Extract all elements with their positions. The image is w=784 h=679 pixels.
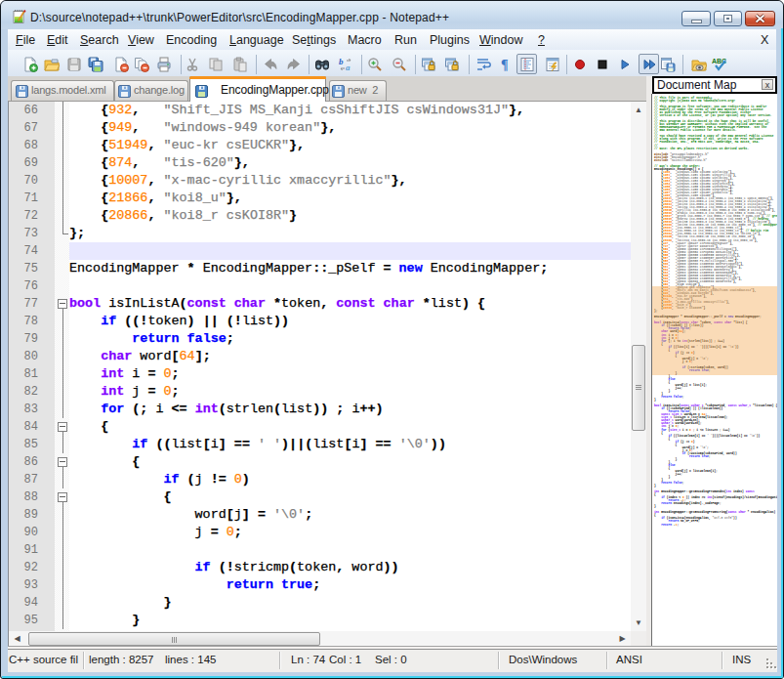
- svg-text:a: a: [346, 63, 351, 72]
- svg-text:b: b: [339, 57, 344, 66]
- svg-text:¶: ¶: [501, 58, 509, 72]
